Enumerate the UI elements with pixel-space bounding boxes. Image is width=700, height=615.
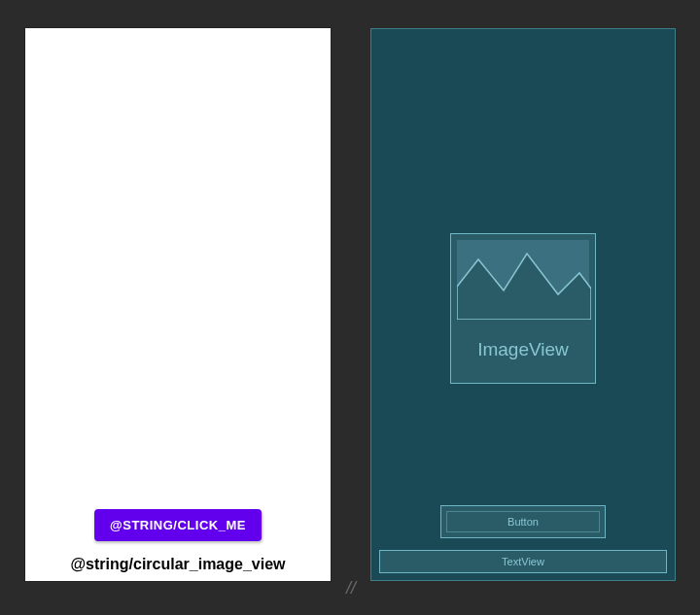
- blueprint-textview-label: TextView: [502, 556, 544, 567]
- image-placeholder-icon: [457, 240, 591, 320]
- blueprint-imageview-label: ImageView: [451, 339, 595, 360]
- design-pane[interactable]: @STRING/CLICK_ME @string/circular_image_…: [25, 28, 331, 581]
- blueprint-button-inner: Button: [446, 511, 600, 532]
- pane-resize-handle[interactable]: //: [342, 579, 360, 597]
- blueprint-textview[interactable]: TextView: [379, 550, 667, 573]
- circular-image-view-textview[interactable]: @string/circular_image_view: [25, 556, 331, 573]
- blueprint-pane[interactable]: ImageView Button TextView: [370, 28, 676, 581]
- blueprint-imageview[interactable]: ImageView: [450, 233, 596, 384]
- layout-editor-workspace: @STRING/CLICK_ME @string/circular_image_…: [0, 0, 700, 615]
- click-me-button[interactable]: @STRING/CLICK_ME: [94, 509, 262, 541]
- blueprint-button[interactable]: Button: [440, 505, 606, 538]
- blueprint-button-label: Button: [508, 516, 539, 528]
